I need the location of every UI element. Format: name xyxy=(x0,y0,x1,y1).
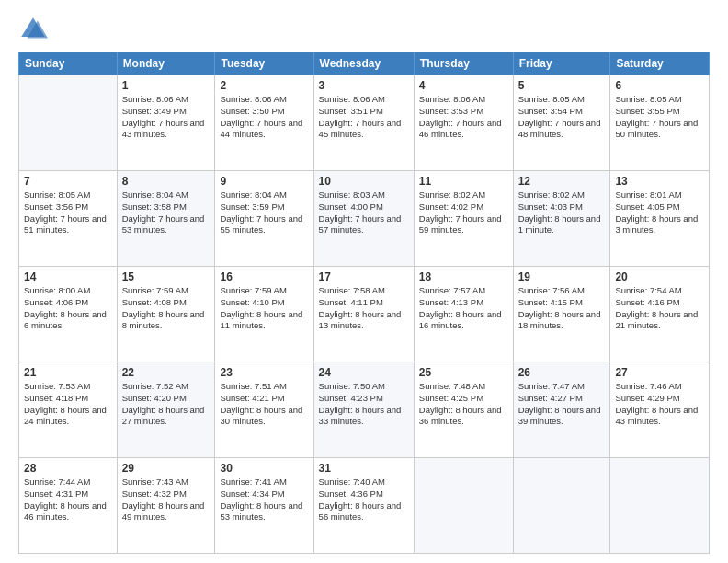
day-info: Sunrise: 7:41 AMSunset: 4:34 PMDaylight:… xyxy=(220,477,302,522)
day-cell xyxy=(19,75,118,171)
day-number: 23 xyxy=(220,366,308,379)
day-number: 16 xyxy=(220,270,308,283)
day-info: Sunrise: 7:40 AMSunset: 4:36 PMDaylight:… xyxy=(319,477,402,522)
logo-icon xyxy=(18,15,48,44)
calendar-header-row: SundayMondayTuesdayWednesdayThursdayFrid… xyxy=(19,52,710,75)
day-info: Sunrise: 8:02 AMSunset: 4:03 PMDaylight:… xyxy=(518,190,601,235)
day-number: 31 xyxy=(319,462,409,475)
day-number: 24 xyxy=(319,366,409,379)
day-info: Sunrise: 8:05 AMSunset: 3:56 PMDaylight:… xyxy=(24,190,107,235)
day-cell: 15 Sunrise: 7:59 AMSunset: 4:08 PMDaylig… xyxy=(117,267,215,362)
day-number: 5 xyxy=(518,79,606,92)
day-info: Sunrise: 7:46 AMSunset: 4:29 PMDaylight:… xyxy=(615,381,698,426)
day-cell: 28 Sunrise: 7:44 AMSunset: 4:31 PMDaylig… xyxy=(19,458,118,554)
day-number: 18 xyxy=(419,270,508,283)
day-cell: 31 Sunrise: 7:40 AMSunset: 4:36 PMDaylig… xyxy=(313,458,414,554)
day-info: Sunrise: 7:53 AMSunset: 4:18 PMDaylight:… xyxy=(24,381,107,426)
day-info: Sunrise: 8:04 AMSunset: 3:59 PMDaylight:… xyxy=(220,190,302,235)
day-info: Sunrise: 8:03 AMSunset: 4:00 PMDaylight:… xyxy=(319,190,402,235)
day-cell: 9 Sunrise: 8:04 AMSunset: 3:59 PMDayligh… xyxy=(215,171,313,267)
day-cell: 19 Sunrise: 7:56 AMSunset: 4:15 PMDaylig… xyxy=(513,267,610,362)
day-cell: 13 Sunrise: 8:01 AMSunset: 4:05 PMDaylig… xyxy=(610,171,710,267)
week-row-2: 7 Sunrise: 8:05 AMSunset: 3:56 PMDayligh… xyxy=(19,171,710,267)
day-cell: 25 Sunrise: 7:48 AMSunset: 4:25 PMDaylig… xyxy=(414,362,513,458)
day-cell xyxy=(414,458,513,554)
week-row-3: 14 Sunrise: 8:00 AMSunset: 4:06 PMDaylig… xyxy=(19,267,710,362)
day-number: 26 xyxy=(518,366,606,379)
day-cell: 20 Sunrise: 7:54 AMSunset: 4:16 PMDaylig… xyxy=(610,267,710,362)
day-number: 27 xyxy=(615,366,704,379)
day-info: Sunrise: 8:00 AMSunset: 4:06 PMDaylight:… xyxy=(24,285,107,330)
day-number: 14 xyxy=(24,270,112,283)
day-info: Sunrise: 8:06 AMSunset: 3:49 PMDaylight:… xyxy=(122,94,205,139)
day-number: 20 xyxy=(615,270,704,283)
day-cell: 1 Sunrise: 8:06 AMSunset: 3:49 PMDayligh… xyxy=(117,75,215,171)
day-info: Sunrise: 7:51 AMSunset: 4:21 PMDaylight:… xyxy=(220,381,302,426)
day-cell: 30 Sunrise: 7:41 AMSunset: 4:34 PMDaylig… xyxy=(215,458,313,554)
day-cell: 14 Sunrise: 8:00 AMSunset: 4:06 PMDaylig… xyxy=(19,267,118,362)
day-cell: 22 Sunrise: 7:52 AMSunset: 4:20 PMDaylig… xyxy=(117,362,215,458)
day-info: Sunrise: 7:43 AMSunset: 4:32 PMDaylight:… xyxy=(122,477,205,522)
day-info: Sunrise: 7:59 AMSunset: 4:08 PMDaylight:… xyxy=(122,285,205,330)
day-cell: 26 Sunrise: 7:47 AMSunset: 4:27 PMDaylig… xyxy=(513,362,610,458)
day-number: 2 xyxy=(220,79,308,92)
day-info: Sunrise: 7:44 AMSunset: 4:31 PMDaylight:… xyxy=(24,477,107,522)
day-info: Sunrise: 7:56 AMSunset: 4:15 PMDaylight:… xyxy=(518,285,601,330)
day-cell: 21 Sunrise: 7:53 AMSunset: 4:18 PMDaylig… xyxy=(19,362,118,458)
day-header-tuesday: Tuesday xyxy=(215,52,313,75)
day-number: 21 xyxy=(24,366,112,379)
day-cell: 18 Sunrise: 7:57 AMSunset: 4:13 PMDaylig… xyxy=(414,267,513,362)
day-info: Sunrise: 8:06 AMSunset: 3:53 PMDaylight:… xyxy=(419,94,502,139)
day-number: 6 xyxy=(615,79,704,92)
day-info: Sunrise: 7:48 AMSunset: 4:25 PMDaylight:… xyxy=(419,381,502,426)
day-number: 13 xyxy=(615,175,704,188)
day-cell: 2 Sunrise: 8:06 AMSunset: 3:50 PMDayligh… xyxy=(215,75,313,171)
page: SundayMondayTuesdayWednesdayThursdayFrid… xyxy=(0,0,728,563)
header xyxy=(18,15,710,44)
day-cell: 3 Sunrise: 8:06 AMSunset: 3:51 PMDayligh… xyxy=(313,75,414,171)
day-info: Sunrise: 7:59 AMSunset: 4:10 PMDaylight:… xyxy=(220,285,302,330)
day-header-wednesday: Wednesday xyxy=(313,52,414,75)
day-number: 22 xyxy=(122,366,210,379)
day-header-sunday: Sunday xyxy=(19,52,118,75)
day-number: 12 xyxy=(518,175,606,188)
day-number: 10 xyxy=(319,175,409,188)
week-row-5: 28 Sunrise: 7:44 AMSunset: 4:31 PMDaylig… xyxy=(19,458,710,554)
day-cell xyxy=(513,458,610,554)
day-info: Sunrise: 7:50 AMSunset: 4:23 PMDaylight:… xyxy=(319,381,402,426)
day-number: 7 xyxy=(24,175,112,188)
day-info: Sunrise: 7:54 AMSunset: 4:16 PMDaylight:… xyxy=(615,285,698,330)
day-number: 25 xyxy=(419,366,508,379)
day-cell: 24 Sunrise: 7:50 AMSunset: 4:23 PMDaylig… xyxy=(313,362,414,458)
day-cell: 4 Sunrise: 8:06 AMSunset: 3:53 PMDayligh… xyxy=(414,75,513,171)
day-cell: 8 Sunrise: 8:04 AMSunset: 3:58 PMDayligh… xyxy=(117,171,215,267)
day-number: 3 xyxy=(319,79,409,92)
day-number: 9 xyxy=(220,175,308,188)
day-info: Sunrise: 8:02 AMSunset: 4:02 PMDaylight:… xyxy=(419,190,502,235)
day-cell: 12 Sunrise: 8:02 AMSunset: 4:03 PMDaylig… xyxy=(513,171,610,267)
day-info: Sunrise: 8:06 AMSunset: 3:50 PMDaylight:… xyxy=(220,94,302,139)
calendar-table: SundayMondayTuesdayWednesdayThursdayFrid… xyxy=(18,52,710,554)
day-info: Sunrise: 8:06 AMSunset: 3:51 PMDaylight:… xyxy=(319,94,402,139)
day-number: 15 xyxy=(122,270,210,283)
day-info: Sunrise: 7:58 AMSunset: 4:11 PMDaylight:… xyxy=(319,285,402,330)
day-cell: 10 Sunrise: 8:03 AMSunset: 4:00 PMDaylig… xyxy=(313,171,414,267)
day-cell: 27 Sunrise: 7:46 AMSunset: 4:29 PMDaylig… xyxy=(610,362,710,458)
day-cell: 6 Sunrise: 8:05 AMSunset: 3:55 PMDayligh… xyxy=(610,75,710,171)
day-cell: 29 Sunrise: 7:43 AMSunset: 4:32 PMDaylig… xyxy=(117,458,215,554)
day-number: 29 xyxy=(122,462,210,475)
day-number: 8 xyxy=(122,175,210,188)
week-row-4: 21 Sunrise: 7:53 AMSunset: 4:18 PMDaylig… xyxy=(19,362,710,458)
week-row-1: 1 Sunrise: 8:06 AMSunset: 3:49 PMDayligh… xyxy=(19,75,710,171)
day-info: Sunrise: 7:57 AMSunset: 4:13 PMDaylight:… xyxy=(419,285,502,330)
calendar-body: 1 Sunrise: 8:06 AMSunset: 3:49 PMDayligh… xyxy=(19,75,710,554)
day-cell: 17 Sunrise: 7:58 AMSunset: 4:11 PMDaylig… xyxy=(313,267,414,362)
day-info: Sunrise: 7:52 AMSunset: 4:20 PMDaylight:… xyxy=(122,381,205,426)
day-header-monday: Monday xyxy=(117,52,215,75)
day-info: Sunrise: 8:05 AMSunset: 3:54 PMDaylight:… xyxy=(518,94,601,139)
day-header-saturday: Saturday xyxy=(610,52,710,75)
logo xyxy=(18,15,51,44)
day-info: Sunrise: 8:05 AMSunset: 3:55 PMDaylight:… xyxy=(615,94,698,139)
day-number: 4 xyxy=(419,79,508,92)
day-cell: 11 Sunrise: 8:02 AMSunset: 4:02 PMDaylig… xyxy=(414,171,513,267)
